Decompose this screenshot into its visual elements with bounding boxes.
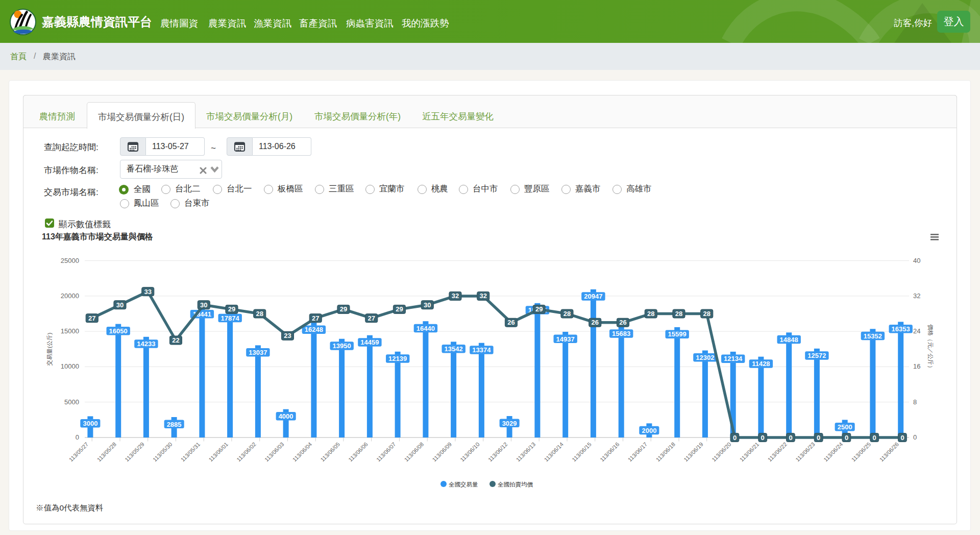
- svg-text:2885: 2885: [167, 421, 182, 428]
- svg-text:113/06/03: 113/06/03: [263, 441, 285, 463]
- svg-text:32: 32: [479, 292, 486, 300]
- svg-text:28: 28: [256, 310, 263, 318]
- svg-text:113/06/02: 113/06/02: [235, 441, 257, 463]
- svg-text:14233: 14233: [137, 340, 155, 348]
- svg-text:12572: 12572: [807, 352, 826, 359]
- svg-text:0: 0: [761, 434, 765, 442]
- svg-text:113/05/31: 113/05/31: [180, 441, 202, 463]
- svg-text:113/05/30: 113/05/30: [152, 441, 174, 463]
- svg-text:0: 0: [873, 434, 876, 442]
- svg-text:29: 29: [228, 305, 235, 313]
- svg-text:113/06/24: 113/06/24: [822, 441, 844, 463]
- svg-text:32: 32: [452, 292, 459, 300]
- svg-text:32: 32: [913, 292, 920, 300]
- svg-text:113/06/18: 113/06/18: [655, 441, 677, 463]
- svg-text:2500: 2500: [838, 423, 852, 431]
- svg-text:4000: 4000: [279, 412, 293, 420]
- svg-text:113/06/12: 113/06/12: [487, 441, 509, 463]
- svg-text:40: 40: [913, 257, 920, 264]
- svg-text:28: 28: [564, 310, 571, 318]
- svg-text:3000: 3000: [83, 420, 97, 427]
- svg-text:28: 28: [647, 310, 654, 318]
- svg-text:15599: 15599: [668, 330, 687, 338]
- svg-text:16050: 16050: [109, 327, 128, 335]
- svg-text:113/06/17: 113/06/17: [627, 441, 649, 463]
- svg-text:15352: 15352: [864, 332, 882, 340]
- svg-text:0: 0: [817, 434, 820, 442]
- svg-text:27: 27: [312, 314, 319, 322]
- svg-text:28: 28: [675, 310, 682, 318]
- svg-text:30: 30: [200, 301, 207, 309]
- svg-text:113/05/28: 113/05/28: [96, 441, 118, 463]
- svg-text:0: 0: [913, 433, 917, 441]
- svg-text:16: 16: [913, 362, 920, 370]
- svg-text:30: 30: [424, 301, 431, 309]
- svg-text:27: 27: [88, 314, 95, 322]
- svg-text:交易量(公斤): 交易量(公斤): [46, 332, 53, 366]
- svg-text:113/06/09: 113/06/09: [431, 441, 453, 463]
- svg-text:113/06/14: 113/06/14: [543, 441, 565, 463]
- svg-text:26: 26: [619, 319, 626, 326]
- svg-text:13542: 13542: [445, 345, 463, 353]
- svg-text:113/06/13: 113/06/13: [515, 441, 537, 463]
- svg-text:113/06/15: 113/06/15: [571, 441, 593, 463]
- svg-text:14848: 14848: [780, 336, 798, 344]
- svg-text:16353: 16353: [892, 325, 910, 333]
- svg-text:全國交易量: 全國交易量: [449, 481, 478, 488]
- svg-text:25000: 25000: [61, 257, 79, 264]
- svg-text:113/06/23: 113/06/23: [794, 441, 816, 463]
- svg-text:14459: 14459: [360, 338, 379, 346]
- svg-text:26: 26: [507, 319, 514, 326]
- svg-text:113/06/01: 113/06/01: [207, 441, 229, 463]
- svg-text:15000: 15000: [61, 327, 79, 335]
- svg-text:113/06/19: 113/06/19: [682, 441, 704, 463]
- svg-text:15683: 15683: [612, 330, 630, 337]
- svg-text:27: 27: [368, 314, 375, 322]
- svg-text:33: 33: [144, 288, 151, 296]
- svg-text:113/06/26: 113/06/26: [878, 441, 900, 463]
- svg-text:17874: 17874: [221, 314, 240, 322]
- svg-text:29: 29: [340, 305, 347, 313]
- svg-text:0: 0: [845, 434, 848, 442]
- svg-text:113/06/22: 113/06/22: [767, 441, 789, 463]
- svg-text:16248: 16248: [305, 326, 323, 333]
- svg-text:26: 26: [591, 319, 598, 326]
- svg-text:3029: 3029: [502, 420, 517, 427]
- svg-text:0: 0: [76, 433, 79, 441]
- svg-text:113/06/08: 113/06/08: [403, 441, 425, 463]
- svg-text:16440: 16440: [416, 325, 435, 332]
- svg-text:0: 0: [733, 434, 737, 442]
- svg-text:全國拍賣均價: 全國拍賣均價: [498, 481, 533, 488]
- svg-text:13950: 13950: [333, 342, 351, 350]
- svg-text:113/05/29: 113/05/29: [124, 441, 145, 463]
- svg-text:24: 24: [913, 327, 920, 335]
- svg-text:10000: 10000: [61, 362, 79, 370]
- svg-text:8: 8: [913, 398, 917, 406]
- svg-text:12139: 12139: [388, 355, 407, 362]
- svg-text:價格（元／公斤）: 價格（元／公斤）: [927, 324, 934, 371]
- svg-text:30: 30: [116, 301, 124, 309]
- svg-text:2000: 2000: [642, 427, 656, 434]
- svg-text:113/06/21: 113/06/21: [739, 441, 761, 463]
- svg-text:28: 28: [703, 310, 710, 318]
- svg-text:0: 0: [900, 434, 904, 442]
- svg-text:113/06/16: 113/06/16: [599, 441, 621, 463]
- svg-text:12302: 12302: [696, 354, 714, 361]
- svg-text:113/06/10: 113/06/10: [459, 441, 481, 463]
- svg-text:13374: 13374: [472, 346, 491, 354]
- svg-text:22: 22: [172, 336, 179, 344]
- svg-text:113/06/05: 113/06/05: [319, 441, 341, 463]
- svg-text:20000: 20000: [61, 292, 79, 300]
- svg-text:113/06/07: 113/06/07: [375, 441, 397, 463]
- svg-text:23: 23: [284, 332, 291, 339]
- svg-text:113/06/06: 113/06/06: [347, 441, 369, 463]
- svg-text:113/06/25: 113/06/25: [850, 441, 872, 463]
- svg-text:29: 29: [396, 305, 403, 313]
- svg-text:0: 0: [789, 434, 792, 442]
- svg-text:11428: 11428: [752, 360, 770, 368]
- svg-text:113/06/20: 113/06/20: [710, 441, 732, 463]
- svg-text:14937: 14937: [556, 335, 575, 343]
- svg-text:113年嘉義市市場交易量與價格: 113年嘉義市市場交易量與價格: [42, 232, 153, 241]
- svg-text:13037: 13037: [249, 349, 267, 356]
- svg-text:113/05/27: 113/05/27: [68, 441, 90, 463]
